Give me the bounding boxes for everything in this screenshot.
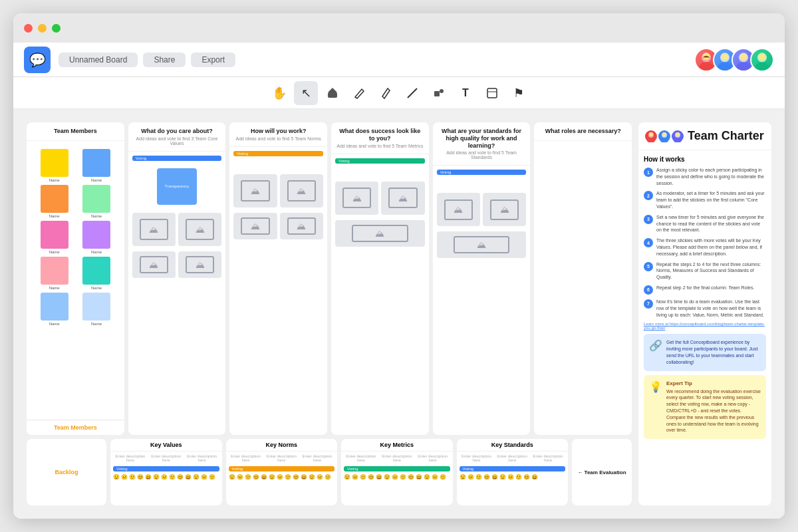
- how-work-body[interactable]: Voting: [229, 147, 327, 435]
- km-emoji-5: 😄: [376, 474, 382, 480]
- sticky-lb[interactable]: [41, 293, 68, 321]
- sticky-grid: Name Name Name: [31, 145, 120, 330]
- image-placeholder-10: [381, 182, 424, 215]
- sticky-item[interactable]: Name: [76, 257, 116, 290]
- kn-item-1[interactable]: Enter description here: [229, 454, 263, 462]
- emoji-11: 😟: [193, 474, 200, 480]
- step-num-3: 3: [644, 215, 653, 224]
- kn-item-2[interactable]: Enter description here: [264, 454, 299, 462]
- kn-emoji-3: 🙂: [245, 474, 251, 480]
- km-item-1[interactable]: Enter description here: [344, 454, 378, 462]
- ks-item-3[interactable]: Enter description here: [531, 454, 565, 462]
- nav-tabs: Unnamed Board Share Export: [59, 53, 235, 67]
- sticky-item[interactable]: Name: [35, 293, 74, 326]
- team-members-header: Team Members: [27, 122, 124, 141]
- km-emoji-7: 😐: [392, 474, 398, 480]
- sticky-blue[interactable]: [82, 149, 110, 177]
- text-tool[interactable]: T: [454, 81, 477, 105]
- emoji-1: 😟: [113, 474, 120, 480]
- step-num-2: 2: [644, 191, 653, 200]
- shape-tool[interactable]: [427, 81, 451, 105]
- learn-more-link[interactable]: Learn more at https://conceptboard.com/b…: [644, 322, 766, 330]
- sticky-yellow[interactable]: [41, 149, 68, 177]
- ks-item-2[interactable]: Enter description here: [495, 454, 529, 462]
- standards-title: What are your standards for high quality…: [438, 128, 525, 149]
- core-values-body[interactable]: Voting Transparency: [128, 152, 226, 435]
- sticky-purple[interactable]: [82, 221, 110, 249]
- sticky-blue-filled[interactable]: Transparency: [157, 168, 197, 205]
- key-standards-title: Key Standards: [462, 442, 563, 448]
- sticky-item[interactable]: Name: [76, 149, 116, 182]
- svg-point-20: [647, 138, 655, 142]
- how-work-title: How will you work?: [235, 128, 322, 135]
- sticky-light-pink[interactable]: [41, 257, 68, 285]
- ks-emoji-1: 😟: [460, 474, 466, 480]
- sticky-vlb[interactable]: [82, 293, 110, 321]
- canvas-area[interactable]: Team Members Name Name: [13, 109, 785, 519]
- select-tool[interactable]: ↖: [294, 81, 318, 105]
- success-body[interactable]: Voting: [331, 154, 429, 435]
- line-tool[interactable]: [400, 81, 424, 105]
- how-work-header: How will you work? Add ideas and vote to…: [229, 122, 327, 147]
- sticky-tool[interactable]: [480, 81, 504, 105]
- step-num-7: 7: [644, 299, 653, 309]
- sticky-item[interactable]: Name: [35, 185, 74, 218]
- step-text-2: As moderator, set a timer for 5 minutes …: [656, 190, 766, 209]
- svg-point-8: [740, 53, 747, 61]
- avatar-group: [694, 48, 774, 72]
- success-header: What does success look like to you? Add …: [331, 122, 429, 154]
- km-item-2[interactable]: Enter description here: [380, 454, 414, 462]
- logo[interactable]: 💬: [24, 47, 51, 73]
- team-members-body: Name Name Name: [27, 141, 124, 420]
- sticky-teal[interactable]: [82, 257, 110, 285]
- sticky-item[interactable]: Name: [76, 185, 116, 218]
- kv-item-2[interactable]: Enter description here: [149, 454, 184, 462]
- flag-tool[interactable]: ⚑: [507, 81, 531, 105]
- ks-item-1[interactable]: Enter description here: [460, 454, 494, 462]
- sticky-item[interactable]: Name: [76, 293, 116, 326]
- ks-emoji-4: 😊: [483, 474, 490, 480]
- eraser-tool[interactable]: [321, 81, 344, 105]
- km-emoji-9: 😊: [408, 474, 414, 480]
- pen-tool[interactable]: [347, 81, 371, 105]
- hand-tool[interactable]: ✋: [267, 81, 291, 105]
- sticky-item[interactable]: Name: [35, 221, 74, 254]
- km-item-3[interactable]: Enter description here: [416, 454, 450, 462]
- km-emoji-4: 😊: [368, 474, 374, 480]
- image-placeholder-8: [280, 213, 323, 239]
- sticky-green[interactable]: [82, 185, 110, 213]
- sticky-item[interactable]: Name: [35, 257, 74, 290]
- close-button[interactable]: [24, 24, 33, 33]
- tip-content: Expert Tip We recommend doing the evalua…: [666, 380, 761, 434]
- browser-window: 💬 Unnamed Board Share Export: [13, 13, 785, 519]
- kn-item-3[interactable]: Enter description here: [300, 454, 334, 462]
- sticky-pink[interactable]: [41, 221, 68, 249]
- kn-emoji-6: 😟: [269, 474, 275, 480]
- kv-item-3[interactable]: Enter description here: [185, 454, 219, 462]
- sticky-label: Name: [49, 178, 60, 182]
- tab-unnamed-board[interactable]: Unnamed Board: [59, 53, 138, 67]
- emoji-7: 😐: [161, 474, 168, 480]
- tip-icon: 💡: [649, 380, 662, 393]
- svg-marker-13: [328, 88, 337, 92]
- sticky-orange[interactable]: [41, 185, 68, 213]
- roles-body[interactable]: [534, 141, 632, 435]
- svg-point-16: [440, 89, 444, 93]
- tab-export[interactable]: Export: [191, 53, 235, 67]
- sticky-item[interactable]: Name: [35, 149, 74, 182]
- ks-emoji-5: 😄: [491, 474, 498, 480]
- kv-item-1[interactable]: Enter description here: [113, 454, 148, 462]
- rp-avatars: [645, 130, 684, 142]
- standards-body[interactable]: Voting: [433, 166, 531, 435]
- voting-chip-green: Voting: [335, 158, 425, 164]
- how-it-works-title: How it works: [644, 156, 766, 163]
- marker-tool[interactable]: [374, 81, 398, 105]
- maximize-button[interactable]: [52, 24, 61, 33]
- sticky-item[interactable]: Name: [76, 221, 116, 254]
- tab-share[interactable]: Share: [143, 53, 186, 67]
- emoji-10: 😄: [185, 474, 192, 480]
- minimize-button[interactable]: [38, 24, 47, 33]
- core-values-column: What do you care about? Add ideas and vo…: [128, 122, 226, 435]
- tip-title: Expert Tip: [666, 380, 761, 386]
- voting-chip-std: Voting: [437, 170, 527, 175]
